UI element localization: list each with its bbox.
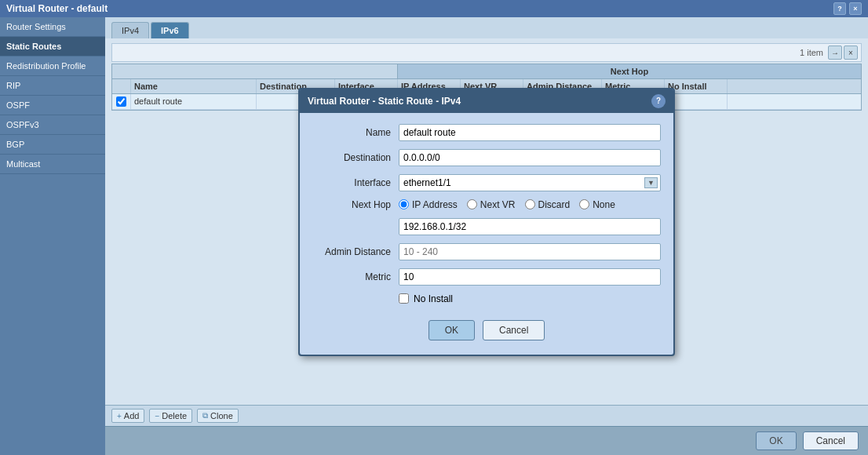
modal-title-bar: Virtual Router - Static Route - IPv4 ? xyxy=(300,89,673,113)
modal-title: Virtual Router - Static Route - IPv4 xyxy=(308,96,461,107)
metric-input[interactable] xyxy=(399,268,661,286)
sidebar-item-router-settings[interactable]: Router Settings xyxy=(0,17,105,37)
sidebar-item-multicast[interactable]: Multicast xyxy=(0,155,105,174)
clear-icon[interactable]: × xyxy=(844,46,858,60)
admin-distance-label: Admin Distance xyxy=(312,246,399,257)
title-bar-text: Virtual Router - default xyxy=(6,3,108,14)
destination-input[interactable] xyxy=(399,149,661,166)
nexthop-header: Next Hop xyxy=(398,64,861,79)
modal-footer: OK Cancel xyxy=(312,312,661,344)
content-area: 1 item → × Next Hop Name Destinatio xyxy=(105,38,868,426)
item-count: 1 item xyxy=(800,48,823,57)
radio-discard[interactable]: Discard xyxy=(525,199,571,210)
destination-row: Destination xyxy=(312,149,661,166)
modal-help-icon[interactable]: ? xyxy=(651,94,666,108)
col-name: Name xyxy=(131,79,257,93)
radio-discard-label: Discard xyxy=(538,199,571,210)
export-icon[interactable]: → xyxy=(828,46,842,60)
no-install-label: No Install xyxy=(414,293,453,304)
radio-none[interactable]: None xyxy=(579,199,615,210)
radio-none-label: None xyxy=(593,199,615,210)
tabs-row: IPv4 IPv6 xyxy=(105,17,868,38)
modal-body: Name Destination Interface xyxy=(300,113,673,355)
page-footer: OK Cancel xyxy=(105,426,868,455)
ip-address-input[interactable] xyxy=(399,218,661,235)
radio-next-vr-label: Next VR xyxy=(480,199,516,210)
modal-ok-button[interactable]: OK xyxy=(429,320,475,340)
sidebar-item-rip[interactable]: RIP xyxy=(0,76,105,96)
clone-button[interactable]: ⧉ Clone xyxy=(197,409,239,423)
static-route-modal: Virtual Router - Static Route - IPv4 ? N… xyxy=(298,88,675,356)
ip-address-row xyxy=(312,218,661,235)
add-icon: + xyxy=(117,412,122,420)
row-checkbox-cell[interactable] xyxy=(112,94,131,109)
no-install-checkbox[interactable] xyxy=(399,293,409,304)
bottom-toolbar: + Add − Delete ⧉ Clone xyxy=(105,405,868,426)
radio-next-vr[interactable]: Next VR xyxy=(467,199,516,210)
delete-button[interactable]: − Delete xyxy=(149,409,192,423)
destination-label: Destination xyxy=(312,152,399,163)
help-icon[interactable]: ? xyxy=(833,2,846,15)
clone-label: Clone xyxy=(210,411,233,420)
no-install-row: No Install xyxy=(399,293,661,304)
row-checkbox[interactable] xyxy=(116,96,126,107)
col-checkbox xyxy=(112,79,131,93)
close-icon[interactable]: × xyxy=(849,2,862,15)
sidebar-item-bgp[interactable]: BGP xyxy=(0,135,105,155)
delete-icon: − xyxy=(155,412,159,420)
add-button[interactable]: + Add xyxy=(111,409,144,423)
delete-label: Delete xyxy=(162,411,187,420)
title-bar: Virtual Router - default ? × xyxy=(0,0,868,17)
nexthop-radio-group: IP Address Next VR Discard xyxy=(399,199,661,210)
admin-distance-row: Admin Distance xyxy=(312,243,661,260)
radio-ip-address-label: IP Address xyxy=(412,199,458,210)
name-row: Name xyxy=(312,124,661,141)
modal-cancel-button[interactable]: Cancel xyxy=(483,320,545,340)
metric-row: Metric xyxy=(312,268,661,286)
sidebar: Router Settings Static Routes Redistribu… xyxy=(0,17,105,455)
interface-dropdown-wrapper: ethernet1/1 ▼ xyxy=(399,174,661,191)
name-label: Name xyxy=(312,127,399,138)
table-toolbar: 1 item → × xyxy=(111,43,862,62)
nexthop-label: Next Hop xyxy=(312,199,399,210)
sidebar-item-redistribution-profile[interactable]: Redistribution Profile xyxy=(0,56,105,76)
nexthop-row: Next Hop IP Address Next VR xyxy=(312,199,661,210)
sidebar-item-ospfv3[interactable]: OSPFv3 xyxy=(0,115,105,135)
name-input[interactable] xyxy=(399,124,661,141)
interface-label: Interface xyxy=(312,177,399,188)
footer-ok-button[interactable]: OK xyxy=(756,431,796,450)
main-layout: Router Settings Static Routes Redistribu… xyxy=(0,17,868,455)
metric-label: Metric xyxy=(312,271,399,282)
sidebar-item-static-routes[interactable]: Static Routes xyxy=(0,37,105,56)
sidebar-item-ospf[interactable]: OSPF xyxy=(0,96,105,115)
row-name: default route xyxy=(131,94,257,109)
radio-ip-address[interactable]: IP Address xyxy=(399,199,458,210)
tab-ipv6[interactable]: IPv6 xyxy=(151,22,189,38)
interface-select[interactable]: ethernet1/1 xyxy=(399,174,661,191)
clone-icon: ⧉ xyxy=(202,411,208,420)
footer-cancel-button[interactable]: Cancel xyxy=(803,431,859,450)
admin-distance-input[interactable] xyxy=(399,243,661,260)
add-label: Add xyxy=(124,411,140,420)
tab-ipv4[interactable]: IPv4 xyxy=(111,22,149,38)
interface-row: Interface ethernet1/1 ▼ xyxy=(312,174,661,191)
